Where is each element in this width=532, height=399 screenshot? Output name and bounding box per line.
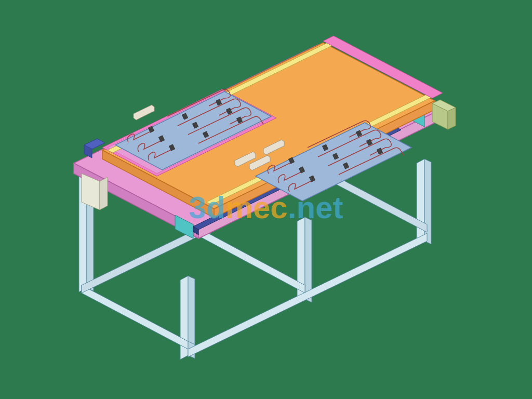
isometric-model-svg xyxy=(32,23,500,376)
svg-marker-64 xyxy=(448,108,456,129)
end-actuators xyxy=(432,100,456,129)
svg-marker-12 xyxy=(82,285,188,349)
svg-marker-31 xyxy=(100,177,108,210)
svg-marker-17 xyxy=(198,228,305,293)
cad-model-view xyxy=(32,23,500,376)
svg-marker-6 xyxy=(417,159,424,245)
